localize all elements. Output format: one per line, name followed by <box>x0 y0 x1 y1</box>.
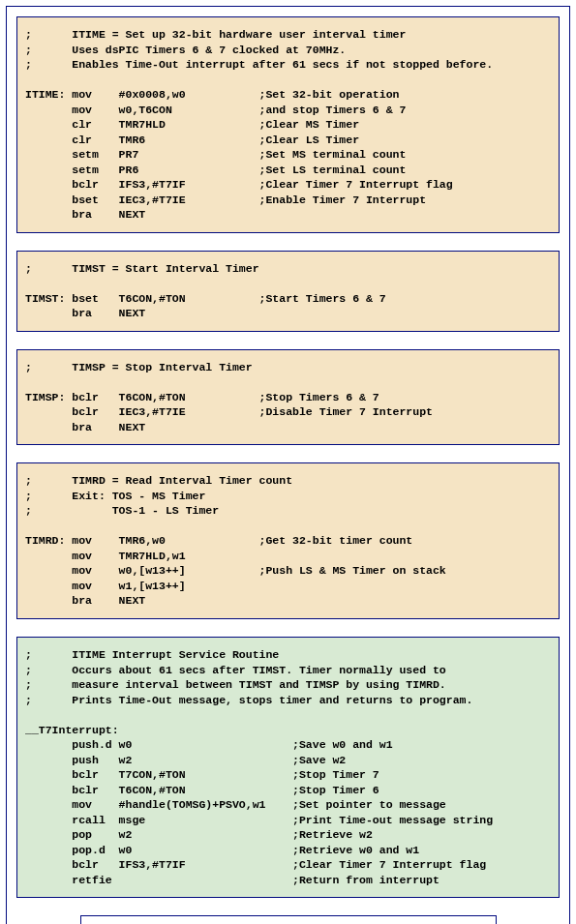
code-block-timrd: ; TIMRD = Read Interval Timer count ; Ex… <box>16 462 560 619</box>
code-block-itime: ; ITIME = Set up 32-bit hardware user in… <box>16 16 560 233</box>
code-block-timst: ; TIMST = Start Interval Timer TIMST: bs… <box>16 251 560 332</box>
listing-caption: Listing 2. Code for FORTHdsPIC ITIME int… <box>80 915 497 924</box>
listing-frame: ; ITIME = Set up 32-bit hardware user in… <box>6 6 570 924</box>
code-block-isr: ; ITIME Interrupt Service Routine ; Occu… <box>16 637 560 898</box>
code-block-timsp: ; TIMSP = Stop Interval Timer TIMSP: bcl… <box>16 349 560 446</box>
